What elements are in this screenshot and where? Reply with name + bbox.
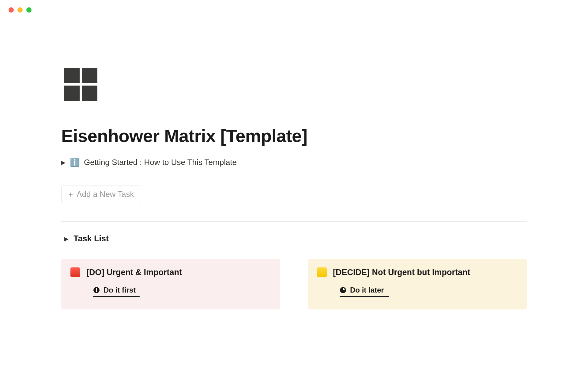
window-minimize-button[interactable] [17,7,23,13]
exclamation-icon [93,287,100,293]
quadrant-subtitle[interactable]: Do it first [93,286,271,294]
toggle-triangle-icon: ▶ [61,159,66,166]
divider [61,221,527,222]
window-controls [0,0,588,13]
add-task-button[interactable]: + Add a New Task [61,186,141,203]
clock-icon [340,287,346,293]
page-title[interactable]: Eisenhower Matrix [Template] [61,125,527,146]
quadrant-do-subtitle: Do it first [104,286,136,294]
quadrant-do[interactable]: [DO] Urgent & Important Do it first [61,259,280,309]
quadrant-do-title: [DO] Urgent & Important [86,268,182,277]
toggle-getting-started[interactable]: ▶ ℹ️ Getting Started : How to Use This T… [61,158,527,167]
quadrant-header: [DO] Urgent & Important [70,267,271,277]
yellow-square-icon [317,267,327,277]
quadrants-container: [DO] Urgent & Important Do it first [DEC… [61,259,527,309]
page-icon-grid[interactable] [64,68,527,101]
grid-square-icon [82,86,97,101]
grid-square-icon [82,68,97,83]
quadrant-decide[interactable]: [DECIDE] Not Urgent but Important Do it … [308,259,527,309]
window-maximize-button[interactable] [26,7,32,13]
toggle-task-list[interactable]: ▶ Task List [61,234,527,243]
quadrant-header: [DECIDE] Not Urgent but Important [317,267,518,277]
toggle-triangle-icon: ▶ [64,236,69,242]
red-square-icon [70,267,80,277]
tab-underline [93,296,140,297]
tab-underline [340,296,389,297]
toggle-label: Getting Started : How to Use This Templa… [84,158,237,167]
task-list-label: Task List [74,234,109,243]
window-close-button[interactable] [9,7,14,13]
quadrant-decide-title: [DECIDE] Not Urgent but Important [333,268,470,277]
quadrant-decide-subtitle: Do it later [350,286,384,294]
page-content: Eisenhower Matrix [Template] ▶ ℹ️ Gettin… [0,13,588,309]
info-icon: ℹ️ [70,158,80,167]
svg-rect-1 [96,288,97,291]
add-task-label: Add a New Task [77,190,134,199]
svg-point-2 [96,291,97,292]
quadrant-subtitle[interactable]: Do it later [340,286,518,294]
grid-square-icon [64,86,80,101]
plus-icon: + [68,190,73,198]
grid-square-icon [64,68,80,83]
